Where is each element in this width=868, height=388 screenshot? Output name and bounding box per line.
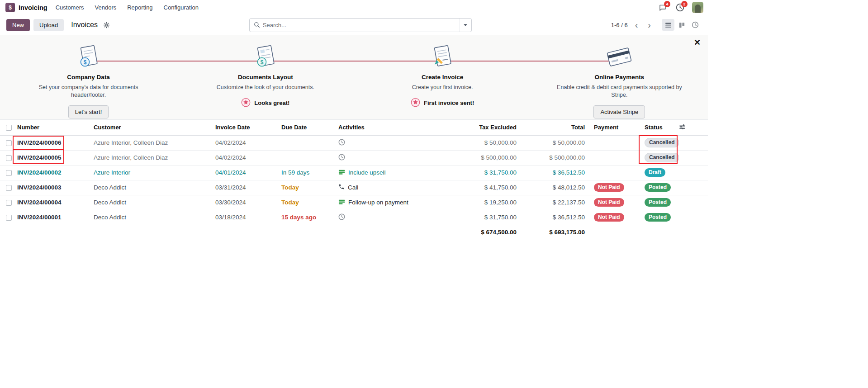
table-row[interactable]: INV/2024/00006 Azure Interior, Colleen D… bbox=[0, 135, 708, 150]
table-row[interactable]: INV/2024/00001 Deco Addict 03/18/2024 15… bbox=[0, 210, 708, 225]
onboarding-done-label: Looks great! bbox=[254, 99, 289, 106]
activity-upsell-icon[interactable] bbox=[338, 169, 345, 177]
status-badge: Cancelled bbox=[645, 153, 679, 162]
tax-excluded-amount: $ 19,250.00 bbox=[466, 195, 520, 210]
pager-next-button[interactable]: › bbox=[645, 20, 654, 29]
top-navbar: $ Invoicing Customers Vendors Reporting … bbox=[0, 0, 708, 15]
invoice-list: Number Customer Invoice Date Due Date Ac… bbox=[0, 120, 708, 240]
activity-phone-icon[interactable] bbox=[338, 184, 345, 191]
column-header-tax-excluded[interactable]: Tax Excluded bbox=[466, 120, 520, 135]
app-switcher[interactable]: $ Invoicing bbox=[5, 3, 47, 12]
invoice-number: INV/2024/00005 bbox=[17, 154, 62, 161]
payment-badge: Not Paid bbox=[594, 198, 624, 207]
breadcrumb: Invoices bbox=[71, 21, 98, 29]
activity-label[interactable]: Call bbox=[348, 184, 358, 191]
new-button[interactable]: New bbox=[6, 19, 30, 31]
list-view-button[interactable] bbox=[662, 19, 674, 31]
onboarding-banner: ✕ $ Company Data Set your company's data… bbox=[0, 35, 708, 120]
menu-reporting[interactable]: Reporting bbox=[127, 4, 152, 11]
column-header-number[interactable]: Number bbox=[17, 120, 94, 135]
due-date: Today bbox=[281, 199, 299, 206]
row-checkbox[interactable] bbox=[6, 170, 12, 176]
search-input[interactable] bbox=[263, 22, 460, 28]
tax-excluded-amount: $ 31,750.00 bbox=[466, 165, 520, 180]
lets-start-button[interactable]: Let's start! bbox=[68, 105, 109, 118]
company-document-icon: $ bbox=[75, 42, 103, 72]
search-bar bbox=[249, 18, 472, 32]
onboarding-step-documents-layout: $ Documents Layout Customize the look of… bbox=[177, 35, 354, 119]
status-badge: Posted bbox=[645, 213, 671, 222]
invoice-number: INV/2024/00004 bbox=[17, 199, 62, 206]
column-header-activities[interactable]: Activities bbox=[338, 120, 466, 135]
user-avatar[interactable] bbox=[692, 2, 703, 13]
payment-badge: Not Paid bbox=[594, 213, 624, 222]
table-row[interactable]: INV/2024/00002 Azure Interior 04/01/2024… bbox=[0, 165, 708, 180]
row-checkbox[interactable] bbox=[6, 200, 12, 206]
app-window: $ Invoicing Customers Vendors Reporting … bbox=[0, 0, 708, 240]
table-row[interactable]: INV/2024/00005 Azure Interior, Colleen D… bbox=[0, 150, 708, 165]
status-badge: Draft bbox=[645, 168, 665, 177]
onboarding-done-label: First invoice sent! bbox=[424, 99, 474, 106]
select-all-checkbox[interactable] bbox=[6, 125, 12, 131]
row-checkbox[interactable] bbox=[6, 185, 12, 191]
status-badge: Posted bbox=[645, 198, 671, 207]
activity-view-button[interactable] bbox=[689, 19, 702, 31]
optional-columns-icon[interactable] bbox=[679, 125, 686, 132]
star-badge-icon bbox=[241, 98, 251, 109]
onboarding-step-online-payments: Online Payments Enable credit & debit ca… bbox=[531, 35, 708, 119]
control-panel: New Upload Invoices 1-6 / 6 ‹ › bbox=[0, 15, 708, 35]
invoice-date: 04/01/2024 bbox=[215, 165, 281, 180]
activity-label[interactable]: Follow-up on payment bbox=[348, 199, 408, 206]
onboarding-step-title: Create Invoice bbox=[422, 74, 463, 80]
upload-button[interactable]: Upload bbox=[33, 19, 64, 31]
row-checkbox[interactable] bbox=[6, 215, 12, 221]
onboarding-step-create-invoice: Create Invoice Create your first invoice… bbox=[354, 35, 531, 119]
column-header-due-date[interactable]: Due Date bbox=[281, 120, 338, 135]
activity-clock-icon[interactable] bbox=[338, 139, 345, 147]
activate-stripe-button[interactable]: Activate Stripe bbox=[593, 105, 645, 118]
activity-clock-icon[interactable] bbox=[338, 154, 345, 162]
svg-text:$: $ bbox=[83, 59, 86, 66]
search-options-toggle[interactable] bbox=[460, 19, 471, 32]
row-checkbox[interactable] bbox=[6, 140, 12, 146]
breadcrumb-gear-icon[interactable] bbox=[103, 22, 110, 28]
messages-icon[interactable]: 4 bbox=[658, 3, 668, 13]
pager-previous-button[interactable]: ‹ bbox=[632, 20, 641, 29]
activity-followup-icon[interactable] bbox=[338, 199, 345, 207]
messages-badge: 4 bbox=[664, 1, 670, 7]
tax-excluded-amount: $ 50,000.00 bbox=[466, 135, 520, 150]
activity-label[interactable]: Include upsell bbox=[348, 169, 386, 176]
main-menu: Customers Vendors Reporting Configuratio… bbox=[56, 4, 199, 11]
onboarding-step-title: Online Payments bbox=[595, 74, 645, 80]
table-row[interactable]: INV/2024/00003 Deco Addict 03/31/2024 To… bbox=[0, 180, 708, 195]
menu-customers[interactable]: Customers bbox=[56, 4, 84, 11]
tax-excluded-amount: $ 31,750.00 bbox=[466, 210, 520, 225]
customer-name: Deco Addict bbox=[94, 210, 215, 225]
invoice-document-icon bbox=[428, 42, 456, 72]
onboarding-step-description: Create your first invoice. bbox=[412, 84, 473, 91]
due-date: 15 days ago bbox=[281, 214, 316, 221]
customer-name: Azure Interior bbox=[94, 165, 215, 180]
invoice-number: INV/2024/00006 bbox=[17, 139, 62, 146]
menu-configuration[interactable]: Configuration bbox=[164, 4, 199, 11]
grand-total: $ 693,175.00 bbox=[520, 225, 588, 240]
invoice-date: 03/31/2024 bbox=[215, 180, 281, 195]
table-row[interactable]: INV/2024/00004 Deco Addict 03/30/2024 To… bbox=[0, 195, 708, 210]
column-header-invoice-date[interactable]: Invoice Date bbox=[215, 120, 281, 135]
invoice-date: 03/18/2024 bbox=[215, 210, 281, 225]
column-header-status[interactable]: Status bbox=[639, 120, 679, 135]
column-header-payment[interactable]: Payment bbox=[588, 120, 639, 135]
tax-excluded-amount: $ 41,750.00 bbox=[466, 180, 520, 195]
kanban-view-button[interactable] bbox=[675, 19, 688, 31]
total-amount: $ 22,137.50 bbox=[520, 195, 588, 210]
activity-clock-icon[interactable] bbox=[338, 213, 345, 222]
systray: 4 2 bbox=[658, 2, 703, 13]
total-amount: $ 500,000.00 bbox=[520, 150, 588, 165]
menu-vendors[interactable]: Vendors bbox=[95, 4, 117, 11]
customer-name: Azure Interior, Colleen Diaz bbox=[94, 135, 215, 150]
row-checkbox[interactable] bbox=[6, 155, 12, 161]
activities-icon[interactable]: 2 bbox=[675, 3, 685, 13]
column-header-total[interactable]: Total bbox=[520, 120, 588, 135]
payment-badge: Not Paid bbox=[594, 183, 624, 192]
column-header-customer[interactable]: Customer bbox=[94, 120, 215, 135]
